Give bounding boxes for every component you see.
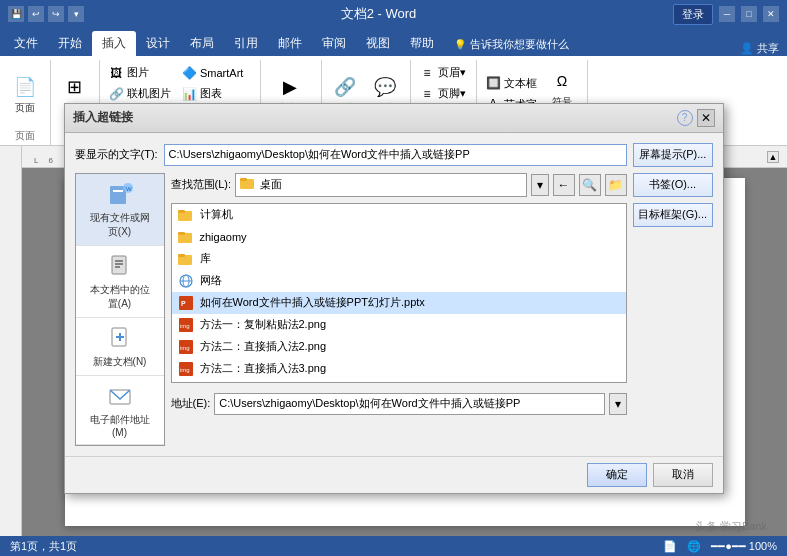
dialog-close-button[interactable]: ✕	[697, 109, 715, 127]
search-range-selector[interactable]: 桌面	[235, 173, 527, 197]
ruler-expand-icon[interactable]: ▲	[767, 151, 779, 163]
window-title: 文档2 - Word	[341, 5, 417, 23]
tab-view[interactable]: 视图	[356, 31, 400, 56]
picture-button[interactable]: 🖼 图片	[104, 63, 175, 83]
title-bar: 💾 ↩ ↪ ▾ 文档2 - Word 登录 ─ □ ✕	[0, 0, 787, 28]
screen-tip-button[interactable]: 屏幕提示(P)...	[633, 143, 713, 167]
tab-review[interactable]: 审阅	[312, 31, 356, 56]
list-item[interactable]: 计算机	[172, 204, 626, 226]
display-text-input[interactable]	[164, 144, 627, 166]
page-group-label: 页面	[6, 127, 44, 145]
nav-existing-file[interactable]: W 现有文件或网 页(X)	[76, 174, 164, 246]
page-count: 第1页，共1页	[10, 539, 77, 554]
tab-help[interactable]: 帮助	[400, 31, 444, 56]
tab-file[interactable]: 文件	[4, 31, 48, 56]
dialog-body: 要显示的文字(T): 屏幕提示(P)... W 现有文件或网 页(X)	[65, 133, 723, 456]
maximize-icon[interactable]: □	[741, 6, 757, 22]
nav-current-doc[interactable]: 本文档中的位 置(A)	[76, 246, 164, 318]
smartart-button[interactable]: 🔷 SmartArt	[177, 63, 254, 83]
nav-new-doc[interactable]: 新建文档(N)	[76, 318, 164, 376]
page-group-content: 📄 页面	[6, 60, 44, 127]
tab-mailings[interactable]: 邮件	[268, 31, 312, 56]
tab-layout[interactable]: 布局	[180, 31, 224, 56]
view-mode-print[interactable]: 📄	[663, 540, 677, 553]
ruler-resize[interactable]: ▲	[767, 146, 783, 167]
address-dropdown[interactable]: ▾	[609, 393, 627, 415]
list-item[interactable]: zhigaomy	[172, 226, 626, 248]
browse-select-arrow[interactable]: ▾	[531, 174, 549, 196]
svg-rect-4	[112, 256, 126, 274]
header-button[interactable]: ≡ 页眉▾	[415, 63, 470, 83]
svg-text:img: img	[180, 345, 190, 351]
png-icon: img	[178, 361, 194, 377]
undo-icon[interactable]: ↩	[28, 6, 44, 22]
svg-rect-15	[178, 210, 185, 213]
display-text-row: 要显示的文字(T): 屏幕提示(P)...	[75, 143, 713, 167]
dialog-title-bar: 插入超链接 ? ✕	[65, 104, 723, 133]
confirm-button[interactable]: 确定	[587, 463, 647, 487]
customize-icon[interactable]: ▾	[68, 6, 84, 22]
dialog-right-buttons: 书签(O)... 目标框架(G)...	[633, 173, 713, 446]
online-picture-button[interactable]: 🔗 联机图片	[104, 84, 175, 104]
close-window-icon[interactable]: ✕	[763, 6, 779, 22]
insert-hyperlink-dialog: 插入超链接 ? ✕ 要显示的文字(T): 屏幕提示(P)... W	[64, 103, 724, 494]
share-button[interactable]: 👤 共享	[740, 41, 779, 56]
page-button[interactable]: 📄 页面	[6, 70, 44, 118]
tab-home[interactable]: 开始	[48, 31, 92, 56]
cancel-button[interactable]: 取消	[653, 463, 713, 487]
list-item[interactable]: P 如何在Word文件中插入或链接PPT幻灯片.pptx	[172, 292, 626, 314]
status-bar-right: 📄 🌐 ━━●━━ 100%	[663, 540, 777, 553]
browse-row: 查找范围(L): 桌面 ▾ ← 🔍 📁	[171, 173, 627, 197]
link-icon: 🔗	[331, 73, 359, 101]
chart-button[interactable]: 📊 图表	[177, 84, 254, 104]
tab-design[interactable]: 设计	[136, 31, 180, 56]
list-item[interactable]: img 方法一：复制粘贴法2.png	[172, 314, 626, 336]
svg-text:P: P	[181, 300, 186, 307]
list-item[interactable]: 网络	[172, 270, 626, 292]
zoom-slider[interactable]: ━━●━━ 100%	[711, 540, 777, 553]
tab-search[interactable]: 💡 告诉我你想要做什么	[444, 33, 579, 56]
new-doc-label: 新建文档(N)	[93, 355, 147, 369]
save-icon[interactable]: 💾	[8, 6, 24, 22]
dialog-footer: 确定 取消	[65, 456, 723, 493]
svg-text:img: img	[180, 367, 190, 373]
redo-icon[interactable]: ↪	[48, 6, 64, 22]
dialog-help-icon[interactable]: ?	[677, 110, 693, 126]
dialog-title-text: 插入超链接	[73, 109, 133, 126]
minimize-icon[interactable]: ─	[719, 6, 735, 22]
network-icon	[178, 273, 194, 289]
footer-button[interactable]: ≡ 页脚▾	[415, 84, 470, 104]
left-nav: W 现有文件或网 页(X) 本文档中的位 置(A)	[75, 173, 165, 446]
browse-search-button[interactable]: 🔍	[579, 174, 601, 196]
list-item[interactable]: img 方法二：直接插入法5.png	[172, 380, 626, 383]
list-item[interactable]: img 方法二：直接插入法2.png	[172, 336, 626, 358]
textbox-button[interactable]: 🔲 文本框	[481, 73, 541, 93]
login-button[interactable]: 登录	[673, 4, 713, 25]
address-input[interactable]	[214, 393, 604, 415]
tab-references[interactable]: 引用	[224, 31, 268, 56]
chart-icon: 📊	[181, 86, 197, 102]
textbox-icon: 🔲	[485, 75, 501, 91]
email-icon	[106, 382, 134, 410]
new-doc-icon	[106, 324, 134, 352]
file-list[interactable]: 计算机 zhigaomy 库	[171, 203, 627, 383]
footer-icon: ≡	[419, 86, 435, 102]
list-item[interactable]: 库	[172, 248, 626, 270]
png-icon: img	[178, 339, 194, 355]
browse-folder-button[interactable]: 📁	[605, 174, 627, 196]
browse-back-button[interactable]: ←	[553, 174, 575, 196]
address-label: 地址(E):	[171, 396, 211, 411]
desktop-folder-icon	[240, 176, 256, 193]
status-bar: 第1页，共1页 📄 🌐 ━━●━━ 100%	[0, 536, 787, 556]
tab-insert[interactable]: 插入	[92, 31, 136, 56]
search-range-label: 查找范围(L):	[171, 177, 232, 192]
view-mode-web[interactable]: 🌐	[687, 540, 701, 553]
existing-file-icon: W	[106, 180, 134, 208]
vertical-ruler	[0, 168, 22, 536]
dialog-center: 查找范围(L): 桌面 ▾ ← 🔍 📁	[171, 173, 627, 446]
target-frame-button[interactable]: 目标框架(G)...	[633, 203, 713, 227]
bookmark-button[interactable]: 书签(O)...	[633, 173, 713, 197]
pptx-icon: P	[178, 295, 194, 311]
list-item[interactable]: img 方法二：直接插入法3.png	[172, 358, 626, 380]
nav-email[interactable]: 电子邮件地址 (M)	[76, 376, 164, 445]
